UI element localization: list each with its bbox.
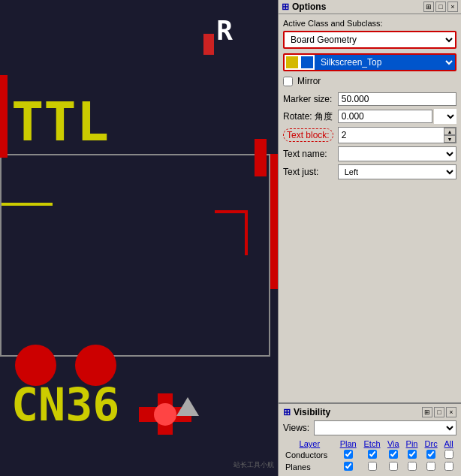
visibility-title-text: ⊞ Visibility bbox=[283, 407, 330, 417]
options-panel: ⊞ Options ⊞ □ × Active Class and Subclas… bbox=[278, 0, 461, 476]
options-titlebar: ⊞ Options ⊞ □ × bbox=[279, 0, 461, 14]
planes-pin-cb[interactable] bbox=[408, 462, 417, 471]
subclass-color-swatch-yellow bbox=[286, 56, 298, 68]
mirror-row: Mirror bbox=[283, 76, 456, 86]
table-row: Conductors bbox=[283, 449, 456, 461]
conductors-all-cb[interactable] bbox=[444, 450, 453, 459]
row-planes-name: Planes bbox=[283, 461, 336, 473]
visibility-float-btn[interactable]: □ bbox=[434, 407, 444, 417]
pcb-content: R TTL CN36 bbox=[0, 0, 278, 476]
board-outline bbox=[0, 154, 270, 357]
options-close-btn[interactable]: × bbox=[447, 2, 458, 12]
text-block-input[interactable] bbox=[339, 129, 444, 141]
mirror-checkbox[interactable] bbox=[283, 77, 293, 86]
views-label: Views: bbox=[283, 423, 309, 433]
red-stripe-left bbox=[0, 75, 8, 158]
red-rect-top-right bbox=[255, 139, 267, 176]
options-content: Active Class and Subclass: Board Geometr… bbox=[279, 14, 461, 402]
col-pin: Pin bbox=[402, 438, 421, 449]
options-float-btn[interactable]: □ bbox=[435, 2, 446, 12]
text-block-spinner: ▲ ▼ bbox=[338, 127, 456, 143]
conductors-etch-cb[interactable] bbox=[368, 450, 377, 459]
text-block-decrement[interactable]: ▼ bbox=[444, 135, 456, 143]
trace-1 bbox=[245, 210, 248, 255]
conductors-drc-cb[interactable] bbox=[426, 450, 435, 459]
red-stripe-right bbox=[270, 154, 278, 289]
row-conductors-name: Conductors bbox=[283, 449, 336, 461]
conductors-via-cb[interactable] bbox=[389, 450, 398, 459]
text-name-dropdown[interactable] bbox=[338, 146, 456, 161]
text-name-label: Text name: bbox=[283, 149, 333, 159]
cn36-label: CN36 bbox=[11, 378, 120, 431]
visibility-section: ⊞ Visibility ⊞ □ × Views: Layer Plan Etc bbox=[279, 402, 461, 476]
marker-size-label: Marker size: bbox=[283, 94, 333, 104]
class-dropdown[interactable]: Board Geometry Etch Board Package Geomet… bbox=[285, 32, 455, 47]
visibility-titlebar: ⊞ Visibility ⊞ □ × bbox=[283, 407, 456, 417]
planes-drc-cb[interactable] bbox=[426, 462, 435, 471]
visibility-close-btn[interactable]: × bbox=[446, 407, 456, 417]
visibility-title-icon: ⊞ bbox=[283, 407, 291, 417]
conductors-plan-cb[interactable] bbox=[344, 450, 353, 459]
visibility-table: Layer Plan Etch Via Pin Drc All Conducto… bbox=[283, 438, 456, 473]
text-block-spinner-btns: ▲ ▼ bbox=[444, 128, 456, 143]
planes-plan-cb[interactable] bbox=[344, 462, 353, 471]
r-label: R bbox=[216, 15, 233, 46]
text-just-dropdown[interactable]: Left Center Right bbox=[338, 164, 456, 179]
views-dropdown[interactable] bbox=[314, 420, 456, 435]
mirror-label: Mirror bbox=[297, 76, 321, 86]
col-via: Via bbox=[384, 438, 402, 449]
conductors-pin-cb[interactable] bbox=[408, 450, 417, 459]
col-all: All bbox=[441, 438, 456, 449]
visibility-title-label: Visibility bbox=[294, 407, 330, 417]
watermark: 站长工具小航 bbox=[234, 460, 274, 470]
subclass-dropdown[interactable]: Silkscreen_Top Silkscreen_Bottom Assembl… bbox=[315, 55, 455, 70]
subclass-color-swatch-blue bbox=[301, 56, 313, 68]
col-drc: Drc bbox=[421, 438, 441, 449]
rotate-wrapper bbox=[338, 109, 456, 124]
text-just-label: Text just: bbox=[283, 167, 333, 177]
component-small-top bbox=[203, 34, 214, 55]
marker-size-input[interactable] bbox=[338, 92, 456, 106]
views-row: Views: bbox=[283, 420, 456, 435]
rotate-label: Rotate: 角度 bbox=[283, 110, 333, 123]
col-plan: Plan bbox=[336, 438, 360, 449]
table-row: Planes bbox=[283, 461, 456, 473]
planes-all-cb[interactable] bbox=[444, 462, 453, 471]
active-class-label: Active Class and Subclass: bbox=[283, 19, 456, 28]
options-title-icon: ⊞ bbox=[282, 2, 289, 12]
pcb-panel: R TTL CN36 bbox=[0, 0, 278, 476]
rotate-dropdown[interactable] bbox=[434, 109, 456, 124]
text-block-increment[interactable]: ▲ bbox=[444, 128, 456, 135]
options-pin-btn[interactable]: ⊞ bbox=[423, 2, 434, 12]
options-panel-controls: ⊞ □ × bbox=[423, 2, 458, 12]
planes-etch-cb[interactable] bbox=[368, 462, 377, 471]
col-etch: Etch bbox=[360, 438, 384, 449]
options-title: ⊞ Options bbox=[282, 2, 326, 12]
visibility-pin-btn[interactable]: ⊞ bbox=[422, 407, 432, 417]
planes-via-cb[interactable] bbox=[389, 462, 398, 471]
class-dropdown-wrapper: Board Geometry Etch Board Package Geomet… bbox=[283, 31, 456, 49]
ttl-label: TTL bbox=[11, 90, 109, 153]
text-block-label: Text block: bbox=[283, 128, 333, 142]
trace-2 bbox=[215, 210, 245, 213]
form-grid: Marker size: Rotate: 角度 Text block: ▲ ▼ bbox=[283, 92, 456, 179]
visibility-panel-controls: ⊞ □ × bbox=[422, 407, 456, 417]
rotate-input[interactable] bbox=[338, 110, 432, 123]
col-layer: Layer bbox=[283, 438, 336, 449]
subclass-dropdown-wrapper: Silkscreen_Top Silkscreen_Bottom Assembl… bbox=[283, 53, 456, 71]
triangle-symbol bbox=[176, 397, 199, 416]
options-title-text: Options bbox=[292, 2, 326, 12]
